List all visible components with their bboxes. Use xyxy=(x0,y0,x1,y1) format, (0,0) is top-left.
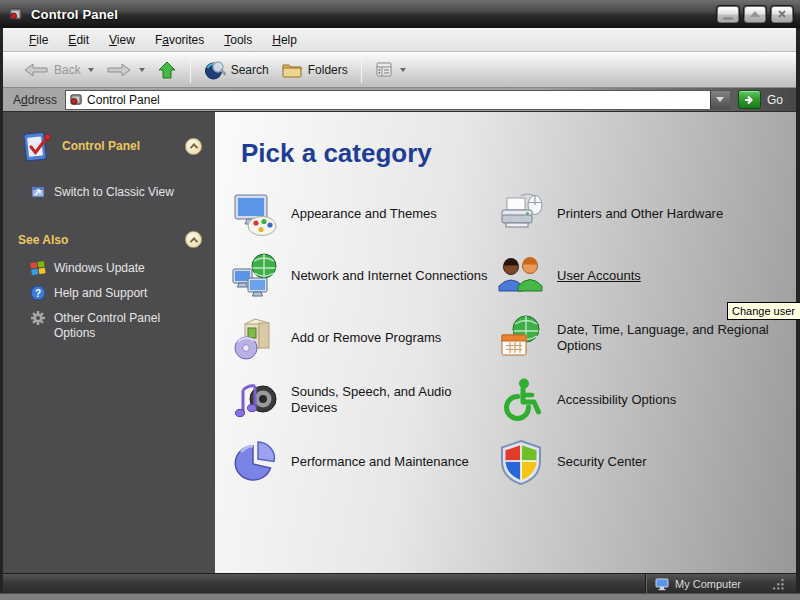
folders-icon xyxy=(281,59,303,81)
back-label: Back xyxy=(54,63,81,77)
category-security-center[interactable]: Security Center xyxy=(497,438,796,486)
user-accounts-icon xyxy=(497,252,545,300)
category-label: Printers and Other Hardware xyxy=(557,206,723,222)
accessibility-icon xyxy=(497,376,545,424)
address-combobox[interactable]: Control Panel xyxy=(65,90,731,110)
menu-help[interactable]: Help xyxy=(262,30,307,50)
search-icon xyxy=(204,59,226,81)
maximize-button[interactable] xyxy=(744,6,766,23)
chevron-down-icon xyxy=(716,97,724,102)
category-label: Date, Time, Language, and Regional Optio… xyxy=(557,322,785,354)
category-appearance-themes[interactable]: Appearance and Themes xyxy=(231,190,497,238)
my-computer-icon xyxy=(655,577,669,591)
views-dropdown-icon xyxy=(400,68,406,72)
svg-text:?: ? xyxy=(35,288,41,299)
chevron-up-icon xyxy=(189,143,197,151)
toolbar: Back Search Folders xyxy=(3,52,796,88)
menu-favorites[interactable]: Favorites xyxy=(145,30,214,50)
category-user-accounts[interactable]: User Accounts xyxy=(497,252,796,300)
menu-file[interactable]: File xyxy=(19,30,58,50)
date-time-language-icon xyxy=(497,314,545,362)
address-bar: Address Control Panel Go xyxy=(3,88,796,112)
menubar: File Edit View Favorites Tools Help xyxy=(3,28,796,52)
menu-view[interactable]: View xyxy=(99,30,145,50)
window-title: Control Panel xyxy=(31,7,118,22)
sidebar-link-windows-update[interactable]: Windows Update xyxy=(3,256,215,281)
address-label: Address xyxy=(13,93,57,107)
see-also-title: See Also xyxy=(18,233,68,247)
category-label: Sounds, Speech, and Audio Devices xyxy=(291,384,497,416)
menu-tools[interactable]: Tools xyxy=(214,30,262,50)
folders-button[interactable]: Folders xyxy=(275,56,354,84)
category-sounds-audio[interactable]: Sounds, Speech, and Audio Devices xyxy=(231,376,497,424)
category-label: Accessibility Options xyxy=(557,392,676,408)
tooltip: Change user xyxy=(727,302,800,320)
performance-maintenance-icon xyxy=(231,438,279,486)
category-label: User Accounts xyxy=(557,268,641,284)
network-internet-icon xyxy=(231,252,279,300)
address-value: Control Panel xyxy=(87,93,710,107)
back-dropdown-icon xyxy=(88,68,94,72)
control-panel-mini-icon xyxy=(69,92,84,107)
link-label: Other Control Panel Options xyxy=(54,311,184,341)
views-button[interactable] xyxy=(369,58,412,82)
see-also-header: See Also xyxy=(3,231,215,248)
back-button[interactable]: Back xyxy=(17,58,100,82)
category-printers-hardware[interactable]: Printers and Other Hardware xyxy=(497,190,796,238)
appearance-themes-icon xyxy=(231,190,279,238)
close-button[interactable] xyxy=(771,6,793,23)
category-add-remove-programs[interactable]: Add or Remove Programs xyxy=(231,314,497,362)
address-dropdown-button[interactable] xyxy=(710,91,730,109)
collapse-see-also-button[interactable] xyxy=(185,231,202,248)
folders-label: Folders xyxy=(308,63,348,77)
category-label: Network and Internet Connections xyxy=(291,268,488,284)
forward-arrow-icon xyxy=(106,61,132,79)
forward-dropdown-icon xyxy=(139,68,145,72)
sidebar-link-help-support[interactable]: ? Help and Support xyxy=(3,281,215,306)
security-center-icon xyxy=(497,438,545,486)
sidebar-panel-header: Control Panel xyxy=(3,128,215,164)
help-support-icon: ? xyxy=(30,285,46,301)
classic-view-icon xyxy=(30,184,46,200)
up-arrow-icon xyxy=(157,60,177,80)
link-label: Windows Update xyxy=(54,261,145,276)
maximize-icon xyxy=(750,11,760,17)
category-label: Performance and Maintenance xyxy=(291,454,469,470)
minimize-icon xyxy=(723,17,733,20)
control-panel-icon xyxy=(18,128,54,164)
sidebar-link-other-options[interactable]: Other Control Panel Options xyxy=(3,306,215,346)
search-button[interactable]: Search xyxy=(198,56,275,84)
go-label: Go xyxy=(767,93,783,107)
category-date-time-language[interactable]: Date, Time, Language, and Regional Optio… xyxy=(497,314,796,362)
status-zone-panel: My Computer xyxy=(646,574,796,593)
close-icon xyxy=(777,9,787,19)
collapse-panel-button[interactable] xyxy=(185,138,202,155)
category-accessibility[interactable]: Accessibility Options xyxy=(497,376,796,424)
category-label: Appearance and Themes xyxy=(291,206,437,222)
status-bar: My Computer xyxy=(3,573,796,593)
go-button[interactable] xyxy=(738,90,761,109)
category-view: Pick a category Appearance and Themes Pr xyxy=(215,112,796,573)
classic-view-label: Switch to Classic View xyxy=(54,185,174,200)
switch-classic-view-link[interactable]: Switch to Classic View xyxy=(3,180,215,205)
menu-edit[interactable]: Edit xyxy=(58,30,99,50)
resize-grip[interactable] xyxy=(771,577,785,591)
search-label: Search xyxy=(231,63,269,77)
sounds-audio-icon xyxy=(231,376,279,424)
go-arrow-icon xyxy=(743,94,755,106)
toolbar-separator xyxy=(190,57,191,83)
forward-button[interactable] xyxy=(100,58,151,82)
status-location-label: My Computer xyxy=(675,578,741,590)
back-arrow-icon xyxy=(23,61,49,79)
link-label: Help and Support xyxy=(54,286,147,301)
minimize-button[interactable] xyxy=(717,6,739,23)
printers-hardware-icon xyxy=(497,190,545,238)
category-performance-maintenance[interactable]: Performance and Maintenance xyxy=(231,438,497,486)
toolbar-separator xyxy=(361,57,362,83)
control-panel-window: Control Panel File Edit View Favorites T… xyxy=(0,0,800,600)
category-network-internet[interactable]: Network and Internet Connections xyxy=(231,252,497,300)
chevron-up-icon xyxy=(189,237,197,245)
up-button[interactable] xyxy=(151,57,183,83)
views-icon xyxy=(375,61,393,79)
window-bottom-edge xyxy=(0,593,800,600)
